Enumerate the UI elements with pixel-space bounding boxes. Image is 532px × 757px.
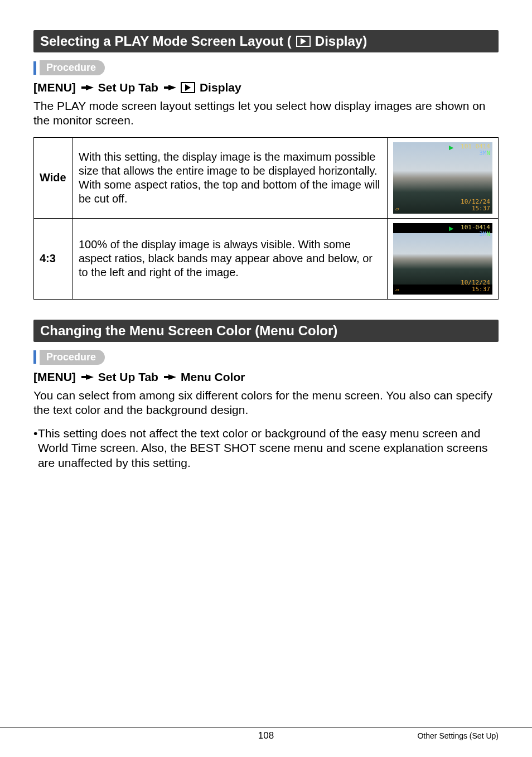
menu-token-menu: [MENU] xyxy=(33,370,76,384)
osd-resolution: 3MN xyxy=(461,150,490,157)
section-menu-color-heading: Changing the Menu Screen Color (Menu Col… xyxy=(33,320,499,342)
menu-token-menucolor: Menu Color xyxy=(181,370,245,384)
arrow-icon xyxy=(163,374,176,380)
procedure-accent-bar xyxy=(33,350,36,364)
bullet-dot: • xyxy=(33,426,38,470)
row-label-wide: Wide xyxy=(34,137,73,218)
display-layout-table: Wide With this setting, the display imag… xyxy=(33,137,499,300)
preview-bottom-left-osd: ▱ xyxy=(395,286,399,293)
section2-paragraph: You can select from among six different … xyxy=(33,388,499,418)
row-desc-43: 100% of the display image is always visi… xyxy=(73,218,388,299)
menu-token-display: Display xyxy=(200,81,241,94)
section1-paragraph: The PLAY mode screen layout settings let… xyxy=(33,99,499,128)
osd-time: 15:37 xyxy=(461,205,490,212)
heading-text-before: Selecting a PLAY Mode Screen Layout ( xyxy=(40,33,292,49)
procedure-label-row: Procedure xyxy=(33,60,499,75)
table-row: 4:3 100% of the display image is always … xyxy=(34,218,499,299)
row-desc-wide: With this setting, the display image is … xyxy=(73,137,388,218)
menu-path-menu-color: [MENU] Set Up Tab Menu Color xyxy=(33,370,499,384)
menu-token-setup: Set Up Tab xyxy=(98,370,158,384)
menu-path-play-display: [MENU] Set Up Tab Display xyxy=(33,81,499,94)
arrow-icon xyxy=(163,85,176,90)
section-play-display-heading: Selecting a PLAY Mode Screen Layout ( Di… xyxy=(33,30,499,52)
row-thumb-43: ▶ 101-0414 3MN 10/12/24 15:37 ▱ xyxy=(388,218,499,299)
preview-bottom-left-osd: ▱ xyxy=(395,205,399,213)
list-item: • This setting does not affect the text … xyxy=(33,426,499,470)
play-mode-icon xyxy=(296,36,311,47)
procedure-pill: Procedure xyxy=(40,350,105,365)
row-thumb-wide: ▶ 101-0414 3MN 10/12/24 15:37 ▱ xyxy=(388,137,499,218)
heading-text-after: Display) xyxy=(315,33,367,49)
page-number: 108 xyxy=(0,730,532,741)
preview-43: ▶ 101-0414 3MN 10/12/24 15:37 ▱ xyxy=(393,223,492,295)
bullet-text: This setting does not affect the text co… xyxy=(38,426,499,470)
preview-top-right-osd: 101-0414 3MN xyxy=(461,143,490,157)
osd-resolution: 3MN xyxy=(461,231,490,238)
play-mode-icon xyxy=(181,82,195,93)
preview-play-icon: ▶ xyxy=(449,144,453,151)
arrow-icon xyxy=(80,374,94,380)
section2-bullet-list: • This setting does not affect the text … xyxy=(33,426,499,470)
row-label-43: 4:3 xyxy=(34,218,73,299)
preview-image xyxy=(393,233,492,285)
menu-token-menu: [MENU] xyxy=(33,81,76,94)
arrow-icon xyxy=(80,85,94,90)
menu-token-setup: Set Up Tab xyxy=(98,81,158,94)
osd-time: 15:37 xyxy=(461,286,490,293)
procedure-label-row: Procedure xyxy=(33,350,499,365)
preview-wide: ▶ 101-0414 3MN 10/12/24 15:37 ▱ xyxy=(393,142,492,214)
procedure-accent-bar xyxy=(33,61,36,75)
page-footer: 108 Other Settings (Set Up) xyxy=(0,727,532,740)
page: Selecting a PLAY Mode Screen Layout ( Di… xyxy=(0,0,532,757)
preview-play-icon: ▶ xyxy=(449,225,453,232)
preview-bottom-right-osd: 10/12/24 15:37 xyxy=(461,199,490,212)
preview-top-right-osd: 101-0414 3MN xyxy=(461,224,490,238)
procedure-pill: Procedure xyxy=(40,60,105,75)
preview-bottom-right-osd: 10/12/24 15:37 xyxy=(461,279,490,293)
table-row: Wide With this setting, the display imag… xyxy=(34,137,499,218)
